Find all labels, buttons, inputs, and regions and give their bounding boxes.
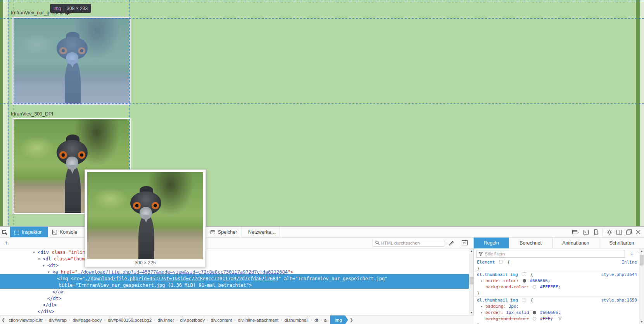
breadcrumb-item[interactable]: div.inner <box>155 318 176 322</box>
breadcrumb-item[interactable]: div.postbody <box>178 318 207 322</box>
markup-row-close-dt[interactable]: </dt> <box>0 295 469 302</box>
src-link[interactable]: ./download/file.php?id=45377&t=1&sid=c72… <box>85 276 278 281</box>
add-node-button[interactable]: + <box>2 239 10 247</box>
tab-inspector-label: Inspektor <box>22 229 41 235</box>
search-input[interactable] <box>381 241 442 245</box>
settings-button[interactable] <box>606 229 613 235</box>
rule-2-selector[interactable]: dl.thumbnail img { style.php:1650 <box>474 297 639 303</box>
color-swatch[interactable] <box>533 311 536 314</box>
markup-row-close-div[interactable]: </div> <box>0 308 469 315</box>
markup-row-dl[interactable]: ▼<dl class="thum <box>0 256 469 262</box>
emu-head <box>57 37 88 60</box>
html-search-box <box>373 239 444 247</box>
devtools-guide-horizontal-content-top <box>0 18 644 19</box>
expander-icon[interactable]: ▼ <box>33 249 38 256</box>
rule-2-border[interactable]: ▶ border: 1px solid #666666; <box>474 310 639 316</box>
color-swatch[interactable] <box>533 317 536 321</box>
href-link[interactable]: ./download/file.php?id=45377&mode=view&s… <box>78 269 288 275</box>
console-icon <box>52 229 57 235</box>
tab-animations[interactable]: Animationen <box>552 238 599 248</box>
photo-light-patch <box>93 188 128 210</box>
breadcrumb-item[interactable]: div#wrap <box>47 318 69 322</box>
tab-fonts[interactable]: Schriftarten <box>599 238 644 248</box>
pick-element-button[interactable] <box>0 227 10 237</box>
rule-2-background-color-overridden[interactable]: background-color: #FFF; <box>474 316 639 322</box>
rule-2-padding[interactable]: ▶ padding: 3px; <box>474 303 639 310</box>
breadcrumb-item-selected[interactable]: img <box>330 315 348 324</box>
responsive-mode-button[interactable] <box>593 229 599 235</box>
breadcrumb-item[interactable]: dl.thumbnail <box>283 318 311 322</box>
markup-row-a[interactable]: ▼<a href="./download/file.php?id=45377&m… <box>0 269 469 276</box>
breadcrumb-item[interactable]: ction-viewtopic.ltr <box>7 318 45 322</box>
expander-icon[interactable]: ▼ <box>38 256 43 262</box>
breadcrumb-item[interactable]: div#page-body <box>71 318 104 322</box>
inspector-icon <box>14 229 19 235</box>
emu-eye-left <box>59 47 67 55</box>
markup-row-close-a[interactable]: </a> <box>0 289 469 295</box>
breadcrumb-item[interactable]: a <box>322 318 328 322</box>
split-sidebar-button[interactable] <box>616 229 622 235</box>
scroll-down-icon[interactable]: ▼ <box>639 319 644 324</box>
markup-row-img-title[interactable]: title="IrnfranViev_nur_gespeichert.jpg (… <box>0 282 469 289</box>
rule-source-link[interactable]: style.php:3644 <box>601 272 637 278</box>
style-filter-input[interactable] <box>485 252 623 256</box>
tab-console[interactable]: Konsole <box>48 227 85 237</box>
color-swatch[interactable] <box>533 285 536 289</box>
scroll-up-icon[interactable]: ▲ <box>639 248 644 253</box>
add-rule-button[interactable]: + <box>628 250 635 258</box>
property-expander-icon[interactable]: ▶ <box>481 310 482 316</box>
devtools-guide-horizontal-content-bottom <box>0 103 644 104</box>
rule-1-border-color[interactable]: ▶ border-color: #666666; <box>474 278 639 284</box>
rule-1-selector[interactable]: dl.thumbnail img { style.php:3644 <box>474 272 639 278</box>
selector-highlighter-icon[interactable] <box>522 272 527 276</box>
expander-icon[interactable]: ▼ <box>48 269 52 276</box>
scrollbar-thumb[interactable] <box>640 255 644 265</box>
markup-row-dt[interactable]: ▼<dt> <box>0 262 469 269</box>
scrollbar-thumb[interactable] <box>470 277 473 284</box>
markup-row-close-dl[interactable]: </dl> <box>0 302 469 308</box>
tooltip-dimensions: 308 × 233 <box>67 6 88 11</box>
emu-eye-right <box>78 47 85 55</box>
page-edge-dark-left <box>0 0 3 226</box>
tab-network[interactable]: Netzwerka… <box>242 227 280 237</box>
color-swatch[interactable] <box>523 279 526 283</box>
tab-network-label: Netzwerka… <box>248 229 276 235</box>
breadcrumb-item[interactable]: div.content <box>209 318 234 322</box>
overridden-filter-icon <box>558 316 562 321</box>
browser-console-button[interactable] <box>583 229 589 235</box>
rule-element[interactable]: Element { Inline <box>474 259 639 265</box>
rule-close-brace: } <box>474 290 639 296</box>
breadcrumb-item[interactable]: div#p400159.post.bg2 <box>106 318 154 322</box>
property-expander-icon[interactable]: ▶ <box>481 303 482 310</box>
emu-face <box>66 52 79 64</box>
attachment-thumbnail-1[interactable] <box>12 17 131 105</box>
devtools-guide-horizontal-top <box>0 1 644 1</box>
breadcrumb-scroll-right-icon[interactable]: ❯ <box>348 317 355 322</box>
tab-storage[interactable]: Speicher <box>206 227 242 237</box>
tab-computed[interactable]: Berechnet <box>509 238 552 248</box>
rules-scrollbar[interactable]: ▲ ▼ <box>639 248 644 324</box>
select-iframe-button[interactable] <box>572 229 580 235</box>
expander-icon[interactable]: ▼ <box>43 262 47 269</box>
breadcrumb-item[interactable]: div.inline-attachment <box>236 318 281 322</box>
breadcrumb-scroll-left-icon[interactable]: ❮ <box>0 317 7 322</box>
breadcrumb-item[interactable]: dt <box>313 318 320 322</box>
expand-pane-button[interactable] <box>460 239 469 247</box>
rule-1-background-color[interactable]: background-color: #FFFFFF; <box>474 284 639 290</box>
page-edge-pale-left <box>3 0 8 226</box>
rule-source-link[interactable]: style.php:1650 <box>601 297 637 303</box>
property-expander-icon[interactable]: ▶ <box>481 278 482 284</box>
tab-rules[interactable]: Regeln <box>474 238 509 248</box>
emu-eye-left <box>59 151 67 159</box>
eyedropper-button[interactable] <box>447 239 456 247</box>
rule-source-link[interactable]: Inline <box>622 259 637 265</box>
tab-inspector[interactable]: Inspektor <box>10 227 48 237</box>
dock-window-button[interactable] <box>626 229 632 235</box>
breadcrumb: ❮ ction-viewtopic.ltr › div#wrap › div#p… <box>0 315 474 324</box>
markup-row-div[interactable]: ▼<div class="inlin <box>0 249 469 256</box>
selector-highlighter-icon[interactable] <box>499 260 503 264</box>
selector-highlighter-icon[interactable] <box>522 298 527 302</box>
filter-funnel-icon <box>478 252 483 256</box>
close-devtools-button[interactable] <box>635 229 641 235</box>
markup-row-img-selected[interactable]: <img src="./download/file.php?id=45377&t… <box>0 276 469 282</box>
